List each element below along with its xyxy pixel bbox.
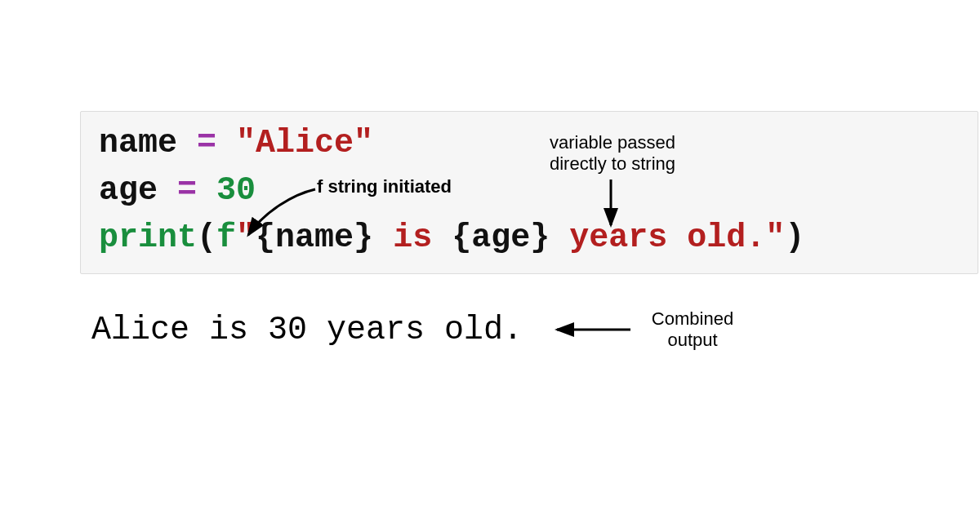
annotation-combined-output-label: Combined output xyxy=(635,308,750,352)
annotation-combined-line2: output xyxy=(667,330,717,350)
token-variable: name xyxy=(99,125,177,162)
arrow-variable-passed-icon xyxy=(603,178,619,232)
annotation-variable-passed-line1: variable passed xyxy=(550,132,675,153)
token-operator: = xyxy=(177,125,236,162)
token-interp-var: age xyxy=(471,219,530,256)
token-brace: } xyxy=(354,219,373,256)
token-string: "Alice" xyxy=(236,125,373,162)
token-function: print xyxy=(99,219,197,256)
token-string-tail: years old. xyxy=(550,219,765,256)
arrow-fstring-icon xyxy=(245,186,318,243)
token-string-close: " xyxy=(765,219,785,256)
token-fprefix: f xyxy=(216,219,236,256)
token-operator: = xyxy=(158,172,216,209)
arrow-combined-output-icon xyxy=(552,321,634,338)
token-variable: age xyxy=(99,172,158,209)
code-line-1: name = "Alice" xyxy=(99,120,960,167)
token-brace: } xyxy=(530,219,550,256)
code-line-2: age = 30 xyxy=(99,167,960,215)
token-string-mid: is xyxy=(373,219,452,256)
annotation-variable-passed-label: variable passed directly to string xyxy=(531,132,694,175)
annotation-variable-passed-line2: directly to string xyxy=(550,153,675,174)
token-brace: { xyxy=(452,219,471,256)
output-text: Alice is 30 years old. xyxy=(91,312,523,348)
annotation-fstring-label: f string initiated xyxy=(317,176,452,197)
token-paren: ) xyxy=(785,219,804,256)
token-paren: ( xyxy=(197,219,216,256)
annotation-combined-line1: Combined xyxy=(652,308,733,329)
code-block: name = "Alice" age = 30 print(f"{name} i… xyxy=(80,111,978,274)
code-line-3: print(f"{name} is {age} years old.") xyxy=(99,215,960,262)
